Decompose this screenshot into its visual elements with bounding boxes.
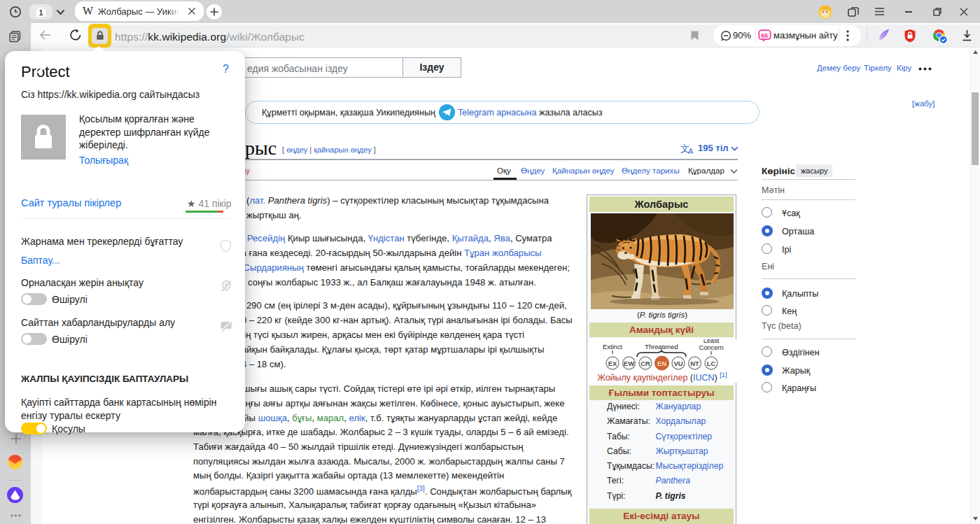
svg-text:VU: VU bbox=[673, 360, 682, 367]
svg-text:Concern: Concern bbox=[699, 344, 723, 351]
svg-text:A: A bbox=[688, 147, 694, 155]
svg-text:EW: EW bbox=[624, 360, 634, 367]
svg-text:CR: CR bbox=[640, 360, 650, 367]
svg-text:NT: NT bbox=[690, 360, 699, 367]
svg-text:66: 66 bbox=[761, 32, 768, 39]
svg-text:LC: LC bbox=[707, 360, 716, 367]
svg-text:Least: Least bbox=[704, 339, 720, 344]
svg-text:Extinct: Extinct bbox=[603, 344, 622, 350]
svg-text:EN: EN bbox=[657, 360, 666, 367]
svg-text:EX: EX bbox=[608, 360, 617, 367]
